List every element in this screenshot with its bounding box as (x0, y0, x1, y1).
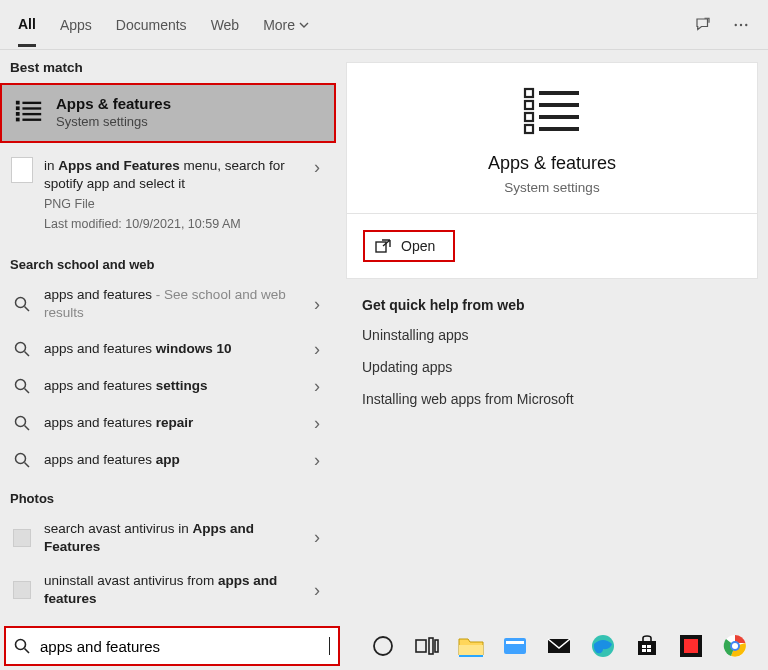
svg-point-32 (374, 637, 392, 655)
app-icon-red[interactable] (678, 633, 704, 659)
chrome-icon[interactable] (722, 633, 748, 659)
quick-help: Get quick help from web Uninstalling app… (346, 279, 758, 441)
web-result-2[interactable]: apps and features settings › (0, 368, 336, 405)
svg-rect-23 (525, 113, 533, 121)
svg-rect-27 (539, 115, 579, 119)
svg-rect-29 (376, 242, 386, 252)
section-photos: Photos (0, 479, 336, 512)
mail-icon[interactable] (546, 633, 572, 659)
photo-result-0[interactable]: search avast antivirus in Apps and Featu… (0, 512, 336, 564)
help-link-uninstalling[interactable]: Uninstalling apps (362, 327, 742, 343)
open-button[interactable]: Open (363, 230, 455, 262)
chevron-right-icon: › (314, 376, 326, 397)
search-input[interactable] (40, 638, 329, 655)
taskbar (340, 622, 768, 670)
help-link-updating[interactable]: Updating apps (362, 359, 742, 375)
chevron-right-icon: › (314, 294, 326, 315)
svg-line-12 (25, 307, 30, 312)
result-apps-and-features[interactable]: Apps & features System settings (0, 83, 336, 143)
more-options-icon[interactable] (732, 16, 750, 34)
svg-rect-34 (429, 638, 433, 654)
svg-rect-45 (642, 649, 646, 652)
file-thumbnail-icon (10, 157, 34, 183)
search-results-pane: Best match Apps & features System settin… (0, 50, 336, 622)
tab-more[interactable]: More (263, 4, 309, 45)
result-png-file[interactable]: in Apps and Features menu, search for sp… (0, 143, 336, 245)
svg-rect-9 (22, 113, 41, 115)
svg-rect-33 (416, 640, 426, 652)
svg-line-14 (25, 352, 30, 357)
svg-point-13 (16, 343, 26, 353)
tab-all[interactable]: All (18, 3, 36, 47)
web-result-4[interactable]: apps and features app › (0, 442, 336, 479)
search-icon (14, 452, 30, 468)
svg-line-18 (25, 426, 30, 431)
svg-rect-37 (459, 655, 483, 657)
svg-rect-21 (525, 89, 533, 97)
search-box[interactable] (4, 626, 340, 666)
svg-rect-22 (525, 101, 533, 109)
svg-rect-8 (22, 107, 41, 109)
details-pane: Apps & features System settings Open Get… (336, 50, 768, 622)
section-search-web: Search school and web (0, 245, 336, 278)
svg-point-19 (16, 454, 26, 464)
svg-point-11 (16, 298, 26, 308)
svg-rect-25 (539, 91, 579, 95)
chevron-right-icon: › (314, 450, 326, 471)
task-view-icon[interactable] (414, 633, 440, 659)
web-result-1[interactable]: apps and features windows 10 › (0, 331, 336, 368)
open-label: Open (401, 238, 435, 254)
chevron-right-icon: › (314, 527, 326, 548)
result-subtitle: System settings (56, 114, 171, 129)
svg-rect-28 (539, 127, 579, 131)
file-explorer-icon[interactable] (458, 633, 484, 659)
apps-features-icon (519, 85, 585, 141)
tab-documents[interactable]: Documents (116, 4, 187, 45)
chevron-right-icon: › (314, 157, 326, 178)
section-best-match: Best match (0, 50, 336, 83)
svg-point-15 (16, 380, 26, 390)
svg-rect-7 (22, 102, 41, 104)
svg-rect-5 (16, 112, 20, 116)
tab-web[interactable]: Web (211, 4, 240, 45)
svg-rect-24 (525, 125, 533, 133)
svg-line-16 (25, 389, 30, 394)
help-link-installing-web[interactable]: Installing web apps from Microsoft (362, 391, 742, 407)
details-title: Apps & features (347, 153, 757, 174)
store-icon[interactable] (634, 633, 660, 659)
file-type: PNG File (44, 196, 314, 213)
svg-point-2 (745, 23, 747, 25)
svg-rect-43 (642, 645, 646, 648)
search-header: All Apps Documents Web More (0, 0, 768, 50)
result-title: Apps & features (56, 95, 171, 112)
svg-point-0 (735, 23, 737, 25)
tab-more-label: More (263, 17, 295, 33)
open-icon (375, 239, 391, 253)
header-icons (694, 16, 750, 34)
file-modified: Last modified: 10/9/2021, 10:59 AM (44, 216, 314, 233)
svg-point-1 (740, 23, 742, 25)
quick-help-heading: Get quick help from web (362, 297, 742, 313)
svg-line-20 (25, 463, 30, 468)
web-result-3[interactable]: apps and features repair › (0, 405, 336, 442)
photo-thumbnail-icon (13, 581, 31, 599)
chevron-down-icon (299, 20, 309, 30)
chevron-right-icon: › (314, 413, 326, 434)
svg-rect-46 (647, 649, 651, 652)
cortana-icon[interactable] (370, 633, 396, 659)
svg-rect-39 (506, 641, 524, 644)
details-actions: Open (346, 214, 758, 279)
svg-point-17 (16, 417, 26, 427)
app-icon-blue[interactable] (502, 633, 528, 659)
svg-rect-44 (647, 645, 651, 648)
edge-icon[interactable] (590, 633, 616, 659)
result-text: Apps & features System settings (56, 95, 171, 129)
feedback-icon[interactable] (694, 16, 712, 34)
search-icon (14, 296, 30, 312)
tab-apps[interactable]: Apps (60, 4, 92, 45)
svg-rect-4 (16, 106, 20, 110)
text-caret (329, 637, 330, 655)
photo-result-1[interactable]: uninstall avast antivirus from apps and … (0, 564, 336, 616)
web-result-0[interactable]: apps and features - See school and web r… (0, 278, 336, 330)
details-subtitle: System settings (347, 180, 757, 195)
